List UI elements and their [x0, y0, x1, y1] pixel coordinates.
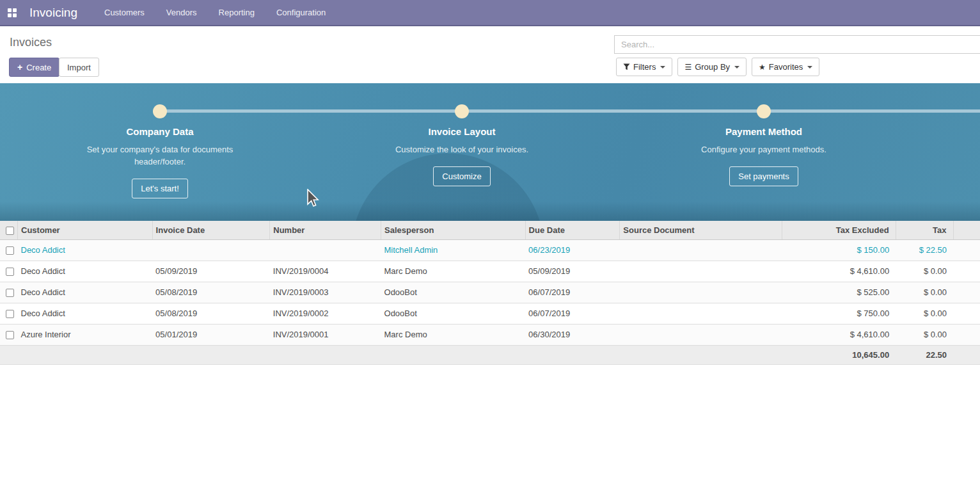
cell-salesperson[interactable]: OdooBot: [381, 303, 526, 325]
cell-tax-excluded[interactable]: $ 4,610.00: [782, 325, 896, 346]
group-by-lines-icon: ☰: [684, 63, 692, 72]
cell-invoice-date[interactable]: 05/08/2019: [152, 303, 270, 325]
onboarding-step-company-data: Company Data Set your company's data for…: [58, 83, 262, 198]
app-name[interactable]: Invoicing: [29, 6, 77, 20]
column-header-customer[interactable]: Customer: [18, 221, 153, 240]
menu-configuration[interactable]: Configuration: [275, 5, 327, 20]
select-all-cell: [0, 221, 18, 240]
table-row[interactable]: Deco Addict Mitchell Admin 06/23/2019 $ …: [0, 240, 980, 261]
cell-customer[interactable]: Deco Addict: [18, 240, 153, 261]
table-row[interactable]: Deco Addict 05/08/2019 INV/2019/0003 Odo…: [0, 282, 980, 303]
cell-customer[interactable]: Deco Addict: [18, 261, 153, 282]
row-checkbox[interactable]: [6, 246, 14, 255]
row-select-cell: [0, 261, 18, 282]
column-header-due-date[interactable]: Due Date: [525, 221, 620, 240]
favorites-button[interactable]: ★ Favorites: [752, 58, 819, 76]
cell-invoice-date[interactable]: [152, 240, 270, 261]
footer-trailing: [953, 346, 980, 365]
cell-source-document[interactable]: [620, 240, 782, 261]
cell-number[interactable]: [270, 240, 381, 261]
menu-reporting[interactable]: Reporting: [217, 5, 256, 20]
menu-customers[interactable]: Customers: [103, 5, 146, 20]
cell-due-date[interactable]: 06/23/2019: [525, 240, 620, 261]
cell-number[interactable]: INV/2019/0002: [270, 303, 381, 325]
cell-tax-excluded[interactable]: $ 4,610.00: [782, 261, 896, 282]
cell-source-document[interactable]: [620, 282, 782, 303]
filters-button[interactable]: Filters: [616, 58, 672, 76]
customize-button[interactable]: Customize: [433, 166, 490, 186]
tax-total: 22.50: [896, 346, 953, 365]
cell-source-document[interactable]: [620, 325, 782, 346]
cell-tax[interactable]: $ 0.00: [896, 325, 953, 346]
cell-number[interactable]: INV/2019/0004: [270, 261, 381, 282]
filters-button-label: Filters: [633, 62, 656, 72]
apps-menu-icon[interactable]: [0, 0, 24, 25]
cell-salesperson[interactable]: Marc Demo: [381, 325, 526, 346]
column-header-trailing: [953, 221, 980, 240]
cell-invoice-date[interactable]: 05/09/2019: [152, 261, 270, 282]
cell-customer[interactable]: Azure Interior: [18, 325, 153, 346]
cell-trailing: [953, 325, 980, 346]
row-checkbox[interactable]: [6, 331, 14, 339]
select-all-checkbox[interactable]: [6, 227, 14, 235]
column-header-tax-excluded[interactable]: Tax Excluded: [782, 221, 896, 240]
row-checkbox[interactable]: [6, 310, 14, 318]
group-by-button[interactable]: ☰ Group By: [677, 58, 747, 76]
cell-invoice-date[interactable]: 05/01/2019: [152, 325, 270, 346]
cell-source-document[interactable]: [620, 261, 782, 282]
chevron-down-icon: [660, 66, 665, 68]
onboarding-step-invoice-layout: Invoice Layout Customize the look of you…: [360, 83, 564, 186]
column-header-salesperson[interactable]: Salesperson: [381, 221, 526, 240]
cell-tax[interactable]: $ 0.00: [896, 261, 953, 282]
cell-tax[interactable]: $ 0.00: [896, 282, 953, 303]
column-header-tax[interactable]: Tax: [896, 221, 953, 240]
group-by-button-label: Group By: [695, 62, 730, 72]
column-header-number[interactable]: Number: [270, 221, 381, 240]
cell-due-date[interactable]: 06/07/2019: [525, 282, 620, 303]
cell-number[interactable]: INV/2019/0003: [270, 282, 381, 303]
filter-funnel-icon: [623, 63, 630, 70]
cell-trailing: [953, 282, 980, 303]
onboarding-banner: Company Data Set your company's data for…: [0, 83, 980, 221]
cell-customer[interactable]: Deco Addict: [18, 303, 153, 325]
cell-source-document[interactable]: [620, 303, 782, 325]
import-button[interactable]: Import: [59, 58, 99, 77]
table-footer-row: 10,645.00 22.50: [0, 346, 980, 365]
create-button[interactable]: + Create: [9, 58, 59, 77]
cell-trailing: [953, 261, 980, 282]
cell-salesperson[interactable]: Mitchell Admin: [381, 240, 526, 261]
cell-tax-excluded[interactable]: $ 150.00: [782, 240, 896, 261]
grid-icon: [8, 8, 17, 17]
top-navbar: Invoicing Customers Vendors Reporting Co…: [0, 0, 980, 26]
onboarding-step-payment-method: Payment Method Configure your payment me…: [661, 83, 866, 186]
cell-salesperson[interactable]: OdooBot: [381, 282, 526, 303]
set-payments-button[interactable]: Set payments: [729, 166, 798, 186]
row-select-cell: [0, 240, 18, 261]
menu-vendors[interactable]: Vendors: [165, 5, 198, 20]
cell-tax-excluded[interactable]: $ 525.00: [782, 282, 896, 303]
cell-trailing: [953, 240, 980, 261]
chevron-down-icon: [734, 66, 739, 68]
cell-customer[interactable]: Deco Addict: [18, 282, 153, 303]
table-row[interactable]: Deco Addict 05/08/2019 INV/2019/0002 Odo…: [0, 303, 980, 325]
lets-start-button[interactable]: Let's start!: [132, 179, 188, 198]
cell-tax[interactable]: $ 0.00: [896, 303, 953, 325]
row-checkbox[interactable]: [6, 268, 14, 276]
cell-due-date[interactable]: 06/30/2019: [525, 325, 620, 346]
cell-invoice-date[interactable]: 05/08/2019: [152, 282, 270, 303]
cell-number[interactable]: INV/2019/0001: [270, 325, 381, 346]
table-row[interactable]: Deco Addict 05/09/2019 INV/2019/0004 Mar…: [0, 261, 980, 282]
table-row[interactable]: Azure Interior 05/01/2019 INV/2019/0001 …: [0, 325, 980, 346]
cell-salesperson[interactable]: Marc Demo: [381, 261, 526, 282]
row-checkbox[interactable]: [6, 289, 14, 297]
step-description: Set your company's data for documents he…: [86, 143, 233, 168]
cell-trailing: [953, 303, 980, 325]
cell-tax[interactable]: $ 22.50: [896, 240, 953, 261]
column-header-source-document[interactable]: Source Document: [620, 221, 782, 240]
cell-due-date[interactable]: 05/09/2019: [525, 261, 620, 282]
cell-due-date[interactable]: 06/07/2019: [525, 303, 620, 325]
navbar-menus: Customers Vendors Reporting Configuratio…: [103, 5, 327, 20]
column-header-invoice-date[interactable]: Invoice Date: [152, 221, 270, 240]
cell-tax-excluded[interactable]: $ 750.00: [782, 303, 896, 325]
search-input[interactable]: [614, 35, 980, 54]
